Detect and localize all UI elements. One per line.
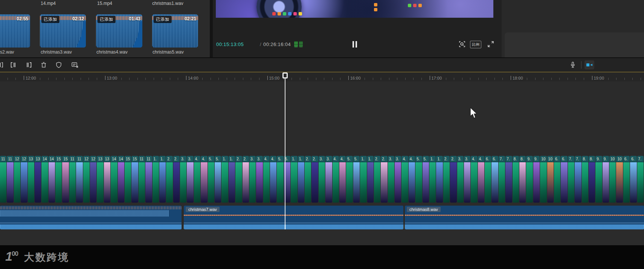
video-clip[interactable]: 3. — [388, 156, 394, 203]
video-clip[interactable]: 4. — [194, 156, 200, 203]
video-clip[interactable]: 3. — [249, 156, 256, 203]
video-clip[interactable]: 5. — [353, 156, 360, 203]
video-clip[interactable]: 5. — [215, 156, 221, 203]
video-clip[interactable]: 6. — [491, 156, 498, 203]
timeline-area[interactable]: 1111121213131414151511111212131314141515… — [0, 81, 644, 245]
audio-clip-christmas7[interactable]: christmas7.wav — [184, 206, 403, 229]
video-clip[interactable]: 2. — [450, 156, 456, 203]
preview-zoom-icon[interactable] — [458, 40, 466, 49]
video-clip[interactable]: 2. — [311, 156, 318, 203]
trim-right-icon[interactable] — [25, 61, 32, 69]
video-clip[interactable]: 1. — [436, 156, 443, 203]
video-clip[interactable]: 8. — [513, 156, 519, 203]
video-clip[interactable]: 6. — [561, 156, 567, 203]
video-clip[interactable]: 9. — [526, 156, 533, 203]
video-clip[interactable]: 8. — [589, 156, 595, 203]
video-clip[interactable]: 2. — [173, 156, 180, 203]
video-clip[interactable]: 3. — [395, 156, 401, 203]
video-clip[interactable]: 11 — [0, 156, 6, 203]
video-clip[interactable]: 7. — [568, 156, 574, 203]
video-clip[interactable]: 4. — [409, 156, 415, 203]
video-clip[interactable]: 4. — [478, 156, 484, 203]
video-clip[interactable]: 1. — [298, 156, 304, 203]
video-clip[interactable]: 4. — [339, 156, 346, 203]
video-clip[interactable]: 14 — [41, 156, 48, 203]
video-clip[interactable]: 12 — [90, 156, 96, 203]
video-clip[interactable]: 11 — [139, 156, 145, 203]
video-clip[interactable]: 9. — [603, 156, 609, 203]
video-clip[interactable]: 7. — [637, 156, 644, 203]
timeline-ruler[interactable]: 12:0013:0014:0015:0016:0017:0018:0019:00 — [0, 72, 644, 81]
video-clip[interactable]: 12 — [14, 156, 20, 203]
video-clip[interactable]: 15 — [62, 156, 69, 203]
video-clip[interactable]: 2. — [381, 156, 387, 203]
delete-icon[interactable] — [40, 61, 47, 69]
video-clip[interactable]: 2. — [243, 156, 249, 203]
video-clip[interactable]: 1. — [360, 156, 366, 203]
video-clip[interactable]: 1. — [291, 156, 297, 203]
video-clip[interactable]: 3. — [325, 156, 332, 203]
video-clip[interactable]: 5. — [423, 156, 429, 203]
video-clip[interactable]: 4. — [471, 156, 477, 203]
video-clip[interactable]: 10 — [609, 156, 616, 203]
pause-button[interactable] — [351, 41, 359, 48]
video-clip[interactable]: 3. — [187, 156, 193, 203]
video-clip[interactable]: 5. — [277, 156, 283, 203]
video-clip[interactable]: 13 — [35, 156, 41, 203]
video-clip[interactable]: 9. — [595, 156, 602, 203]
video-clip[interactable]: 7. — [505, 156, 512, 203]
video-clip[interactable]: 1. — [367, 156, 374, 203]
video-clip[interactable]: 2. — [374, 156, 380, 203]
video-clip[interactable]: 13 — [97, 156, 103, 203]
video-clip[interactable]: 7. — [575, 156, 581, 203]
media-card-christmas4[interactable]: 已添加 01:43 — [96, 14, 142, 48]
video-clip[interactable]: 4. — [270, 156, 276, 203]
media-card-christmas5[interactable]: 已添加 02:21 — [152, 14, 198, 48]
video-clip[interactable]: 1. — [153, 156, 159, 203]
video-clip[interactable]: 9. — [533, 156, 540, 203]
video-clip[interactable]: 11 — [76, 156, 82, 203]
video-clip[interactable]: 3. — [457, 156, 464, 203]
media-card-christmas2[interactable]: 02:55 — [0, 14, 30, 48]
video-clip[interactable]: 12 — [83, 156, 90, 203]
microphone-icon[interactable] — [569, 61, 577, 69]
video-clip[interactable]: 6. — [554, 156, 560, 203]
video-clip[interactable]: 14 — [49, 156, 55, 203]
video-clip[interactable]: 2. — [443, 156, 450, 203]
media-card-christmas3[interactable]: 已添加 02:12 — [40, 14, 86, 48]
preview-video-frame[interactable] — [216, 0, 493, 18]
video-clip[interactable]: 8. — [519, 156, 526, 203]
fullscreen-icon[interactable] — [487, 40, 494, 49]
video-clip[interactable]: 3. — [180, 156, 186, 203]
video-clip[interactable]: 3. — [319, 156, 325, 203]
video-clip[interactable]: 4. — [263, 156, 270, 203]
video-clip[interactable]: 1. — [221, 156, 228, 203]
video-clip[interactable]: 10 — [616, 156, 623, 203]
video-clip[interactable]: 4. — [201, 156, 207, 203]
video-clip[interactable]: 2. — [305, 156, 311, 203]
video-clip[interactable]: 5. — [415, 156, 422, 203]
video-clip[interactable]: 15 — [131, 156, 138, 203]
video-clip[interactable]: 2. — [235, 156, 242, 203]
video-clip[interactable]: 10 — [540, 156, 546, 203]
mask-shield-icon[interactable] — [55, 61, 63, 69]
audio-clip-christmas8[interactable]: christmas8.wav — [405, 206, 644, 229]
trim-left-icon[interactable] — [10, 61, 17, 69]
video-clip[interactable]: 1. — [159, 156, 166, 203]
video-clip[interactable]: 11 — [145, 156, 152, 203]
video-clip[interactable]: 2. — [166, 156, 172, 203]
video-clip[interactable]: 14 — [111, 156, 117, 203]
video-clip[interactable]: 11 — [7, 156, 13, 203]
video-clip[interactable]: 5. — [208, 156, 214, 203]
video-clip[interactable]: 6. — [485, 156, 491, 203]
playhead-line[interactable] — [285, 72, 285, 229]
video-clip[interactable]: 10 — [547, 156, 554, 203]
video-clip[interactable]: 7. — [499, 156, 505, 203]
video-clip[interactable]: 6. — [630, 156, 636, 203]
video-clip[interactable]: 15 — [125, 156, 131, 203]
video-clip[interactable]: 11 — [69, 156, 76, 203]
track-options-button[interactable] — [584, 60, 594, 69]
video-clip[interactable]: 1. — [229, 156, 235, 203]
video-clip[interactable]: 3. — [256, 156, 262, 203]
video-clip[interactable]: 5. — [346, 156, 353, 203]
